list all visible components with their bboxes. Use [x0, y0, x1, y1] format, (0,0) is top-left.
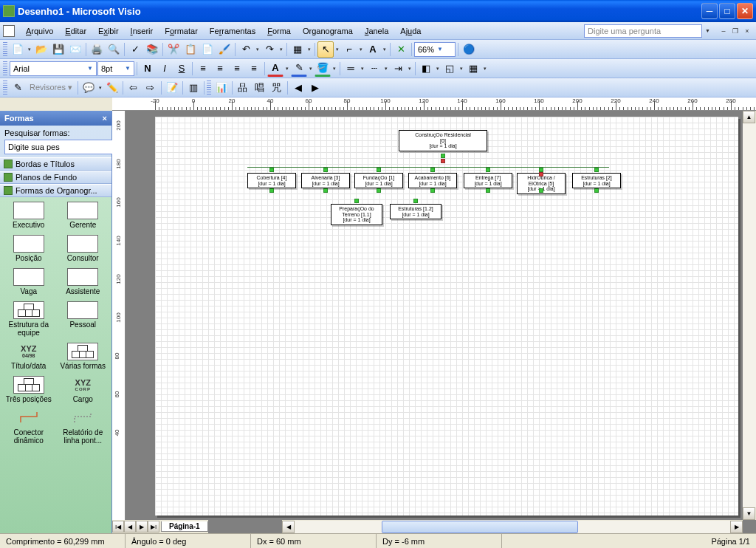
- undo-button[interactable]: ↶: [238, 41, 254, 58]
- menu-ajuda[interactable]: Ajuda: [395, 24, 426, 38]
- new-button[interactable]: 📄: [10, 41, 26, 58]
- scroll-thumb[interactable]: [382, 521, 578, 533]
- line-weight-button[interactable]: ═: [343, 61, 359, 77]
- connection-handle[interactable]: [323, 188, 328, 193]
- connection-handle[interactable]: [413, 199, 418, 203]
- org-sidebyside-button[interactable]: 咒: [269, 80, 285, 96]
- pointer-tool-button[interactable]: ↖: [317, 41, 334, 58]
- scroll-up-button[interactable]: ▲: [743, 111, 755, 123]
- page-tab-1[interactable]: Página-1: [161, 521, 208, 532]
- font-size-combo[interactable]: 8pt▼: [97, 61, 134, 76]
- shadow-button[interactable]: ◧: [418, 61, 434, 77]
- connection-handle[interactable]: [430, 188, 435, 193]
- search-shapes-input[interactable]: [4, 140, 114, 154]
- toolbar-grip[interactable]: [3, 61, 7, 76]
- canvas-viewport[interactable]: ConstruçOo Residencial [0] [dur = 1 dia]…: [126, 111, 743, 520]
- org-shape[interactable]: PreparaçOo do Terreno [1.1][dur = 1 dia]: [331, 204, 382, 225]
- connection-handle[interactable]: [539, 172, 543, 177]
- line-pattern-button[interactable]: ┄: [366, 61, 382, 77]
- line-ends-button[interactable]: ⇥: [390, 61, 406, 77]
- shape-master-posi-o[interactable]: Posição: [3, 235, 55, 262]
- font-combo[interactable]: Arial▼: [10, 61, 97, 76]
- shape-master-assistente[interactable]: Assistente: [58, 268, 109, 295]
- connection-handle[interactable]: [441, 154, 445, 158]
- org-shape[interactable]: Estruturas [2][dur = 1 dia]: [572, 173, 621, 188]
- shape-master-estrutura-da-equipe[interactable]: Estrutura da equipe: [3, 301, 55, 337]
- open-button[interactable]: 📂: [33, 41, 49, 58]
- shape-master-v-rias-formas[interactable]: Várias formas: [58, 343, 109, 370]
- first-page-button[interactable]: I◀: [112, 521, 124, 532]
- menu-editar[interactable]: Editar: [60, 24, 92, 38]
- italic-button[interactable]: I: [157, 61, 173, 77]
- shape-master-tr-s-posi-es[interactable]: Três posições: [3, 376, 55, 403]
- connection-handle[interactable]: [269, 168, 274, 172]
- ink-tool-button[interactable]: ✏️: [104, 80, 120, 96]
- new-comment-button[interactable]: 💬: [80, 80, 97, 96]
- stencil-bordas[interactable]: Bordas e Títulos: [0, 157, 111, 171]
- menu-ferramentas[interactable]: Ferramentas: [205, 24, 261, 38]
- vertical-scrollbar[interactable]: ▲ ▼: [743, 111, 756, 520]
- toolbar-grip[interactable]: [207, 81, 211, 95]
- connection-handle[interactable]: [354, 199, 359, 203]
- menu-forma[interactable]: Forma: [262, 24, 296, 38]
- org-shape[interactable]: Entrega [7][dur = 1 dia]: [464, 173, 512, 188]
- prev-markup-button[interactable]: ⇦: [126, 80, 142, 96]
- research-button[interactable]: 📚: [144, 41, 160, 58]
- underline-button[interactable]: S: [173, 61, 190, 77]
- shape-master-relat-rio-de-linha-pont-[interactable]: Relatório de linha pont...: [58, 409, 109, 445]
- redo-button[interactable]: ↷: [261, 41, 278, 58]
- connection-point-button[interactable]: ✕: [393, 41, 409, 58]
- shape-master-t-tulo-data[interactable]: XYZ04/98Título/data: [3, 343, 55, 370]
- shape-master-vaga[interactable]: Vaga: [3, 268, 55, 295]
- connection-handle[interactable]: [594, 168, 599, 172]
- print-button[interactable]: 🖨️: [89, 41, 105, 58]
- scroll-left-button[interactable]: ◀: [282, 521, 295, 533]
- stencil-organograma[interactable]: Formas de Organogr...: [0, 184, 111, 197]
- cut-button[interactable]: ✂️: [165, 41, 182, 58]
- email-button[interactable]: ✉️: [67, 41, 83, 58]
- maximize-button[interactable]: □: [719, 3, 735, 19]
- connection-handle[interactable]: [594, 188, 599, 193]
- copy-button[interactable]: 📋: [182, 41, 199, 58]
- ask-dropdown[interactable]: ▼: [704, 28, 712, 33]
- print-preview-button[interactable]: 🔍: [106, 41, 122, 58]
- prev-page-button[interactable]: ◀: [124, 521, 136, 532]
- shape-master-consultor[interactable]: Consultor: [58, 235, 109, 262]
- toolbar-grip[interactable]: [3, 81, 7, 95]
- connection-handle[interactable]: [486, 168, 490, 172]
- move-left-button[interactable]: ◀: [290, 80, 306, 96]
- reviewers-dropdown[interactable]: Revisores ▾: [27, 83, 75, 92]
- save-button[interactable]: 💾: [50, 41, 66, 58]
- ink-button[interactable]: ✎: [10, 80, 26, 96]
- line-color-button[interactable]: ✎: [291, 61, 307, 77]
- menu-janela[interactable]: Janela: [360, 24, 394, 38]
- align-left-button[interactable]: ≡: [195, 61, 211, 77]
- minimize-button[interactable]: ─: [701, 3, 718, 19]
- align-justify-button[interactable]: ≡: [246, 61, 262, 77]
- format-painter-button[interactable]: 🖌️: [216, 41, 233, 58]
- fill-color-button[interactable]: 🪣: [315, 61, 331, 77]
- corner-rounding-button[interactable]: ◱: [441, 61, 458, 77]
- relayout-button[interactable]: 📊: [213, 80, 230, 96]
- toolbar-grip[interactable]: [3, 42, 7, 57]
- stencil-planos[interactable]: Planos de Fundo: [0, 171, 111, 184]
- org-shape[interactable]: Alvenaria [3][dur = 1 dia]: [301, 173, 350, 188]
- menu-organograma[interactable]: Organograma: [298, 24, 358, 38]
- org-shape[interactable]: Estruturas [1.2][dur = 1 dia]: [390, 204, 441, 219]
- align-right-button[interactable]: ≡: [229, 61, 245, 77]
- org-shape-root[interactable]: ConstruçOo Residencial [0] [dur = 1 dia]: [399, 130, 487, 151]
- text-tool-button[interactable]: A: [365, 41, 381, 58]
- horizontal-scrollbar[interactable]: ◀ ▶: [282, 520, 743, 533]
- org-vertical-button[interactable]: 唱: [252, 80, 268, 96]
- menu-exibir[interactable]: Exibir: [93, 24, 124, 38]
- connection-handle[interactable]: [486, 188, 490, 193]
- menu-inserir[interactable]: Inserir: [126, 24, 159, 38]
- connection-handle[interactable]: [377, 188, 381, 193]
- zoom-combo[interactable]: 66%▼: [414, 42, 456, 57]
- mdi-restore-button[interactable]: ❐: [729, 26, 741, 36]
- mdi-minimize-button[interactable]: –: [718, 26, 729, 36]
- ask-a-question-input[interactable]: Digite uma pergunta: [584, 24, 702, 38]
- transparency-button[interactable]: ▦: [465, 61, 481, 77]
- scroll-right-button[interactable]: ▶: [730, 521, 743, 533]
- connection-handle[interactable]: [430, 168, 435, 172]
